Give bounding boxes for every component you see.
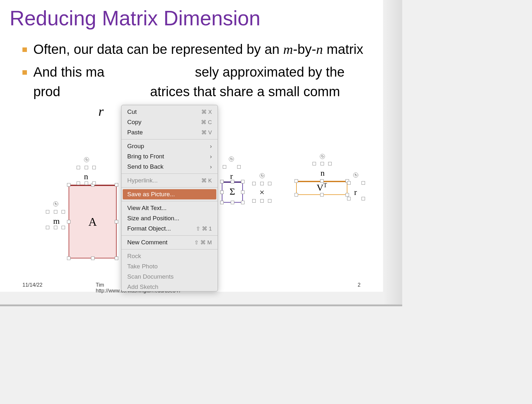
resize-handle[interactable]	[77, 166, 80, 169]
chevron-right-icon: ›	[210, 143, 212, 150]
menu-format-obj-label: Format Object...	[127, 225, 171, 232]
menu-separator	[121, 235, 218, 236]
resize-handle[interactable]	[260, 199, 264, 203]
rotate-handle-icon[interactable]	[53, 201, 58, 206]
menu-cut[interactable]: Cut ⌘ X	[121, 107, 218, 117]
resize-handle[interactable]	[237, 165, 241, 169]
chevron-right-icon: ›	[210, 164, 212, 170]
dim-n-a[interactable]: n	[84, 172, 88, 181]
menu-stb-label: Send to Back	[127, 163, 163, 170]
resize-handle[interactable]	[54, 210, 57, 214]
menu-copy-label: Copy	[127, 119, 141, 126]
context-menu[interactable]: Cut ⌘ X Copy ⌘ C Paste ⌘ V Group › Bring…	[121, 105, 218, 291]
b1-post: matrix	[323, 42, 363, 57]
resize-handle[interactable]	[268, 182, 271, 185]
menu-paste[interactable]: Paste ⌘ V	[121, 127, 218, 138]
resize-handle[interactable]	[62, 226, 65, 229]
menu-paste-shortcut: ⌘ V	[201, 129, 212, 136]
menu-group[interactable]: Group ›	[121, 141, 218, 151]
menu-scan-documents[interactable]: Scan Documents	[121, 272, 218, 282]
multiply-label: ×	[260, 187, 265, 197]
menu-cut-shortcut: ⌘ X	[201, 109, 212, 115]
b2-mid2: atrices that share a small comm	[150, 84, 340, 99]
b2-r: r	[98, 104, 104, 119]
matrix-sigma-shape[interactable]: Σ	[222, 181, 243, 203]
bullet-marker-icon	[22, 47, 27, 52]
resize-handle[interactable]	[252, 182, 256, 185]
menu-alt-text-label: View Alt Text...	[127, 205, 167, 212]
menu-size-position[interactable]: Size and Position...	[121, 213, 218, 223]
menu-rock[interactable]: Rock	[121, 251, 218, 261]
bullet-1-text: Often, our data can be represented by an…	[33, 40, 373, 59]
b1-mid: -by-	[293, 42, 316, 57]
menu-size-pos-label: Size and Position...	[127, 215, 179, 222]
resize-handle[interactable]	[46, 210, 49, 214]
rotate-handle-icon[interactable]	[229, 156, 234, 162]
menu-view-alt-text[interactable]: View Alt Text...	[121, 203, 218, 213]
footer-author-fragment: Tim	[96, 282, 104, 288]
footer-page: 2	[358, 282, 361, 288]
menu-save-pic-label: Save as Picture...	[127, 191, 175, 198]
menu-copy[interactable]: Copy ⌘ C	[121, 117, 218, 127]
matrix-a-shape[interactable]: A	[69, 185, 117, 258]
resize-handle[interactable]	[85, 166, 88, 169]
resize-handle[interactable]	[223, 165, 226, 169]
menu-separator	[121, 187, 218, 188]
dim-n-v[interactable]: n	[320, 168, 325, 178]
menu-add-sketch[interactable]: Add Sketch	[121, 282, 218, 290]
footer-date: 11/14/22	[22, 282, 42, 288]
menu-copy-shortcut: ⌘ C	[201, 119, 212, 126]
menu-format-shortcut: ⇧ ⌘ 1	[196, 225, 212, 232]
bullet-marker-icon	[22, 70, 27, 75]
rotate-handle-icon[interactable]	[84, 157, 89, 162]
dim-m-a[interactable]: m	[53, 216, 60, 226]
resize-handle[interactable]	[347, 197, 351, 200]
menu-send-to-back[interactable]: Send to Back ›	[121, 162, 218, 172]
menu-hyperlink[interactable]: Hyperlink... ⌘ K	[121, 175, 218, 186]
resize-handle[interactable]	[268, 199, 271, 203]
rotate-handle-icon[interactable]	[260, 173, 265, 178]
menu-scan-docs-label: Scan Documents	[127, 273, 174, 280]
resize-handle[interactable]	[54, 226, 57, 229]
menu-comment-label: New Comment	[127, 239, 168, 246]
resize-handle[interactable]	[46, 226, 49, 229]
matrix-a-label: A	[88, 215, 97, 229]
menu-new-comment[interactable]: New Comment ⇧ ⌘ M	[121, 237, 218, 248]
bottom-bar	[0, 304, 402, 306]
menu-separator	[121, 249, 218, 249]
rotate-handle-icon[interactable]	[320, 154, 325, 159]
menu-separator	[121, 201, 218, 201]
matrix-vt-label: VT	[317, 182, 327, 193]
chevron-right-icon: ›	[210, 153, 212, 160]
dim-r-sigma[interactable]: r	[230, 172, 233, 181]
menu-bring-to-front[interactable]: Bring to Front ›	[121, 151, 218, 162]
menu-comment-shortcut: ⇧ ⌘ M	[194, 239, 212, 246]
multiply-symbol[interactable]: ×	[256, 188, 268, 199]
menu-hyperlink-shortcut: ⌘ K	[201, 177, 212, 184]
menu-hyperlink-label: Hyperlink...	[127, 177, 158, 184]
menu-format-object[interactable]: Format Object... ⇧ ⌘ 1	[121, 223, 218, 234]
menu-add-sketch-label: Add Sketch	[127, 283, 158, 290]
resize-handle[interactable]	[312, 162, 316, 165]
dim-r-v[interactable]: r	[354, 188, 357, 197]
menu-paste-label: Paste	[127, 129, 143, 136]
resize-handle[interactable]	[362, 197, 365, 200]
b1-m: m	[283, 42, 293, 57]
resize-handle[interactable]	[320, 162, 324, 165]
menu-rock-label: Rock	[127, 253, 141, 260]
menu-take-photo[interactable]: Take Photo	[121, 261, 218, 272]
resize-handle[interactable]	[260, 182, 264, 185]
matrix-vt-shape[interactable]: VT	[296, 181, 347, 195]
b1-n: n	[316, 42, 323, 57]
resize-handle[interactable]	[252, 199, 256, 203]
resize-handle[interactable]	[62, 210, 65, 214]
resize-handle[interactable]	[347, 181, 351, 185]
b1-pre: Often, our data can be represented by an	[33, 42, 283, 57]
menu-btf-label: Bring to Front	[127, 153, 164, 160]
resize-handle[interactable]	[92, 166, 96, 169]
rotate-handle-icon[interactable]	[353, 173, 358, 178]
menu-separator	[121, 173, 218, 174]
menu-save-as-picture[interactable]: Save as Picture...	[123, 189, 216, 199]
resize-handle[interactable]	[362, 181, 365, 185]
resize-handle[interactable]	[328, 162, 332, 165]
